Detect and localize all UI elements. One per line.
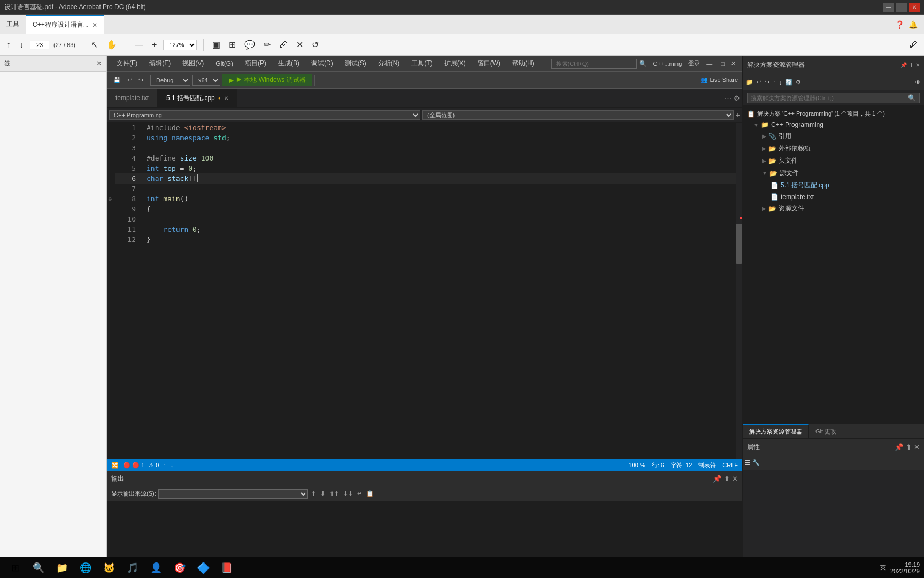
nav-down[interactable]: ↓	[171, 462, 174, 468]
panel-close-btn[interactable]: ✕	[915, 62, 920, 68]
media-btn[interactable]: 🎵	[122, 557, 143, 579]
tree-resource-files[interactable]: ▶ 📂 资源文件	[743, 202, 924, 215]
file-explorer-btn[interactable]: 📁	[51, 557, 73, 579]
select-tool-btn[interactable]: ↖	[89, 37, 100, 52]
menu-analyze[interactable]: 分析(N)	[373, 57, 405, 70]
sol-tool-5[interactable]: ↓	[778, 78, 783, 87]
pdf-sign-btn[interactable]: 🖋	[907, 38, 920, 52]
close-vs[interactable]: ✕	[729, 60, 738, 67]
close-btn[interactable]: ✕	[909, 3, 920, 12]
menu-window[interactable]: 窗口(W)	[472, 57, 506, 70]
menu-debug[interactable]: 调试(D)	[306, 57, 338, 70]
tools-btn-1[interactable]: ▣	[210, 37, 222, 52]
tools-btn-5[interactable]: 🖊	[277, 38, 290, 52]
notification-icon[interactable]: 🔔	[908, 20, 918, 29]
editor-settings-btn[interactable]: ⚙	[734, 94, 740, 102]
menu-extensions[interactable]: 扩展(X)	[439, 57, 471, 70]
prop-list-btn[interactable]: ☰	[745, 459, 750, 466]
vs-search-input[interactable]	[551, 59, 637, 69]
tools-btn-7[interactable]: ↺	[310, 37, 321, 52]
pdf-next-btn[interactable]: ↓	[17, 38, 26, 52]
game-btn[interactable]: 🎯	[169, 557, 190, 579]
zoom-out-btn[interactable]: —	[133, 38, 145, 52]
pdf-tab-close[interactable]: ✕	[92, 21, 97, 29]
code-content[interactable]: 1 #include <iostream> 2 using namespace …	[116, 123, 736, 459]
tb-undo[interactable]: ↩	[125, 75, 134, 85]
menu-test[interactable]: 测试(S)	[340, 57, 372, 70]
browser-btn[interactable]: 🌐	[75, 557, 96, 579]
tab-solution-explorer[interactable]: 解决方案资源管理器	[743, 424, 809, 438]
menu-view[interactable]: 视图(V)	[177, 57, 209, 70]
panel-float-btn[interactable]: ⬆	[909, 62, 913, 68]
sol-tool-2[interactable]: ↩	[756, 78, 763, 87]
tab-git-changes[interactable]: Git 更改	[809, 424, 843, 438]
nav-up[interactable]: ↑	[163, 462, 166, 468]
pdf-page-input[interactable]	[30, 41, 49, 49]
user-btn[interactable]: 👤	[145, 557, 167, 579]
tree-file-cpp[interactable]: 📄 5.1 括号匹配.cpp	[743, 179, 924, 192]
menu-help[interactable]: 帮助(H)	[507, 57, 540, 70]
editor-split-btn[interactable]: ⋯	[725, 94, 732, 102]
menu-file[interactable]: 文件(F)	[111, 57, 143, 70]
output-pin-btn[interactable]: 📌	[713, 475, 722, 483]
zoom-level[interactable]: 100 %	[628, 462, 645, 468]
output-tool-1[interactable]: ⬆	[310, 489, 317, 498]
sol-view-btn[interactable]: 👁	[914, 78, 922, 87]
sol-sync-btn[interactable]: 🔄	[784, 78, 794, 87]
scope-dropdown[interactable]: C++ Programming	[109, 110, 420, 120]
output-tool-2[interactable]: ⬇	[319, 489, 326, 498]
context-dropdown[interactable]: (全局范围)	[422, 110, 734, 120]
restore-vs[interactable]: □	[719, 60, 727, 67]
pdf-tab-doc[interactable]: C++程序设计语言... ✕	[26, 15, 104, 34]
pdf-tab-tools[interactable]: 工具	[0, 15, 26, 34]
output-wrap-btn[interactable]: ↵	[356, 489, 363, 498]
hand-tool-btn[interactable]: ✋	[104, 37, 119, 52]
menu-edit[interactable]: 编辑(E)	[144, 57, 176, 70]
output-tool-3[interactable]: ⬆⬆	[328, 489, 340, 498]
prop-sort-btn[interactable]: 🔧	[752, 459, 760, 466]
tools-btn-2[interactable]: ⊞	[227, 37, 238, 52]
tab-template[interactable]: template.txt	[107, 89, 158, 107]
sol-tool-1[interactable]: 📁	[745, 78, 754, 87]
sol-tool-4[interactable]: ↑	[772, 78, 777, 87]
tree-header-files[interactable]: ▶ 📂 头文件	[743, 155, 924, 167]
prop-pin-btn[interactable]: 📌	[895, 443, 904, 451]
nav-add-btn[interactable]: +	[736, 111, 740, 119]
pdf-prev-btn[interactable]: ↑	[4, 38, 13, 52]
line-ending-info[interactable]: CRLF	[722, 462, 738, 468]
menu-project[interactable]: 项目(P)	[240, 57, 272, 70]
tree-file-template[interactable]: 📄 template.txt	[743, 192, 924, 202]
output-tool-4[interactable]: ⬇⬇	[342, 489, 354, 498]
tree-project[interactable]: ▼ 📁 C++ Programming	[743, 119, 924, 130]
debug-config-select[interactable]: Debug Release	[150, 75, 190, 86]
tree-source-files[interactable]: ▼ 📂 源文件	[743, 167, 924, 179]
tools-btn-6[interactable]: ✕	[294, 37, 305, 52]
editor-scrollbar[interactable]	[736, 123, 742, 459]
cat-app-btn[interactable]: 🐱	[98, 557, 120, 579]
minimize-btn[interactable]: —	[883, 3, 894, 12]
code-editor[interactable]: ⊖ 1 #include <iostream> 2 using namespac…	[107, 123, 736, 459]
panel-pin-btn[interactable]: 📌	[900, 62, 907, 68]
output-close-btn[interactable]: ✕	[732, 475, 738, 483]
tree-solution-root[interactable]: 📋 解决方案 'C++ Programming' (1 个项目，共 1 个)	[743, 108, 924, 119]
platform-select[interactable]: x64 x86	[192, 75, 220, 86]
menu-git[interactable]: Git(G)	[210, 58, 238, 70]
output-float-btn[interactable]: ⬆	[724, 475, 730, 483]
start-btn[interactable]: ⊞	[4, 557, 26, 579]
menu-tools[interactable]: 工具(T)	[406, 57, 437, 70]
zoom-in-btn[interactable]: +	[150, 38, 159, 52]
maximize-btn[interactable]: □	[896, 3, 907, 12]
solution-search-input[interactable]	[751, 95, 908, 101]
sign-panel-close[interactable]: ✕	[96, 59, 102, 67]
tab-cpp[interactable]: 5.1 括号匹配.cpp ● ✕	[158, 89, 237, 107]
tree-refs[interactable]: ▶ 📎 引用	[743, 130, 924, 142]
vs-login[interactable]: 登录	[688, 59, 700, 67]
help-icon[interactable]: ❓	[895, 20, 904, 29]
minimize-vs[interactable]: —	[702, 60, 717, 67]
tb-save[interactable]: 💾	[111, 75, 123, 85]
tb-redo[interactable]: ↪	[136, 75, 145, 85]
tab-cpp-close[interactable]: ✕	[224, 95, 228, 101]
vs-taskbar-btn[interactable]: 🔷	[192, 557, 214, 579]
menu-build[interactable]: 生成(B)	[273, 57, 305, 70]
output-source-select[interactable]	[158, 489, 308, 499]
